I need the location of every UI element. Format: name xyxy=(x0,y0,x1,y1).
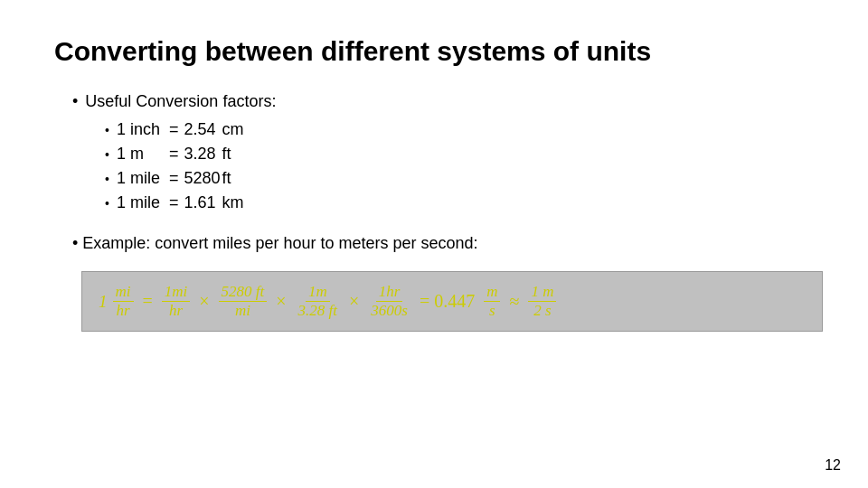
formula-frac3: 5280 ft mi xyxy=(219,283,268,320)
sub-bullet-dot: • xyxy=(105,123,109,137)
page-number: 12 xyxy=(825,457,841,474)
list-item: • 1 mile = 5280 ft xyxy=(105,169,814,188)
formula-result-unit: m s xyxy=(484,283,500,320)
conversion-row-2: 1 mile = 5280 ft xyxy=(117,169,231,188)
list-item: • 1 inch = 2.54 cm xyxy=(105,120,814,139)
approx-num: 1 m xyxy=(528,283,556,302)
formula-approx: ≈ xyxy=(509,291,519,312)
frac3-den: mi xyxy=(232,302,253,320)
list-item: • 1 m = 3.28 ft xyxy=(105,145,814,164)
example-dot: • xyxy=(72,234,82,252)
conversion-list: • 1 inch = 2.54 cm • 1 m = 3.28 ft • xyxy=(105,120,814,212)
formula-frac2: 1mi hr xyxy=(162,283,191,320)
frac1-den: hr xyxy=(113,302,132,320)
formula-coefficient: 1 xyxy=(99,292,108,312)
conversion-row-1: 1 m = 3.28 ft xyxy=(117,145,231,164)
useful-label: Useful Conversion factors: xyxy=(85,92,276,111)
example-bullet: • Example: convert miles per hour to met… xyxy=(72,234,814,253)
result-unit-num: m xyxy=(484,283,500,302)
frac5-den: 3600s xyxy=(368,302,410,320)
formula-box: 1 mi hr = 1mi hr × 5280 ft mi xyxy=(81,271,823,332)
bullet-dot: • xyxy=(72,92,78,111)
frac4-den: 3.28 ft xyxy=(296,302,340,320)
frac5-num: 1hr xyxy=(376,283,403,302)
formula-result-eq: = 0.447 xyxy=(420,291,475,312)
slide: Converting between different systems of … xyxy=(0,0,868,488)
conversion-row-0: 1 inch = 2.54 cm xyxy=(117,120,244,139)
frac4-num: 1m xyxy=(306,283,330,302)
formula-content: 1 mi hr = 1mi hr × 5280 ft mi xyxy=(99,283,806,320)
formula-equals: = xyxy=(143,291,153,312)
slide-title: Converting between different systems of … xyxy=(54,36,814,67)
result-unit-den: s xyxy=(486,302,498,320)
frac1-num: mi xyxy=(113,283,134,302)
frac2-den: hr xyxy=(166,302,185,320)
sub-bullet-dot: • xyxy=(105,147,109,162)
approx-den: 2 s xyxy=(531,302,553,320)
useful-bullet: • Useful Conversion factors: xyxy=(72,92,814,111)
list-item: • 1 mile = 1.61 km xyxy=(105,193,814,212)
sub-bullet-dot: • xyxy=(105,196,109,211)
example-section: • Example: convert miles per hour to met… xyxy=(72,234,814,332)
formula-times1: × xyxy=(199,291,209,312)
conversion-section: • Useful Conversion factors: • 1 inch = … xyxy=(72,92,814,212)
frac3-num: 5280 ft xyxy=(219,283,268,302)
sub-bullet-dot: • xyxy=(105,172,109,186)
formula-frac1: mi hr xyxy=(113,283,134,320)
frac2-num: 1mi xyxy=(162,283,191,302)
formula-times3: × xyxy=(349,291,359,312)
formula-frac4: 1m 3.28 ft xyxy=(296,283,340,320)
conversion-row-3: 1 mile = 1.61 km xyxy=(117,193,244,212)
formula-frac5: 1hr 3600s xyxy=(368,283,410,320)
formula-times2: × xyxy=(276,291,286,312)
formula-approx-unit: 1 m 2 s xyxy=(528,283,556,320)
example-label: Example: convert miles per hour to meter… xyxy=(82,234,477,252)
